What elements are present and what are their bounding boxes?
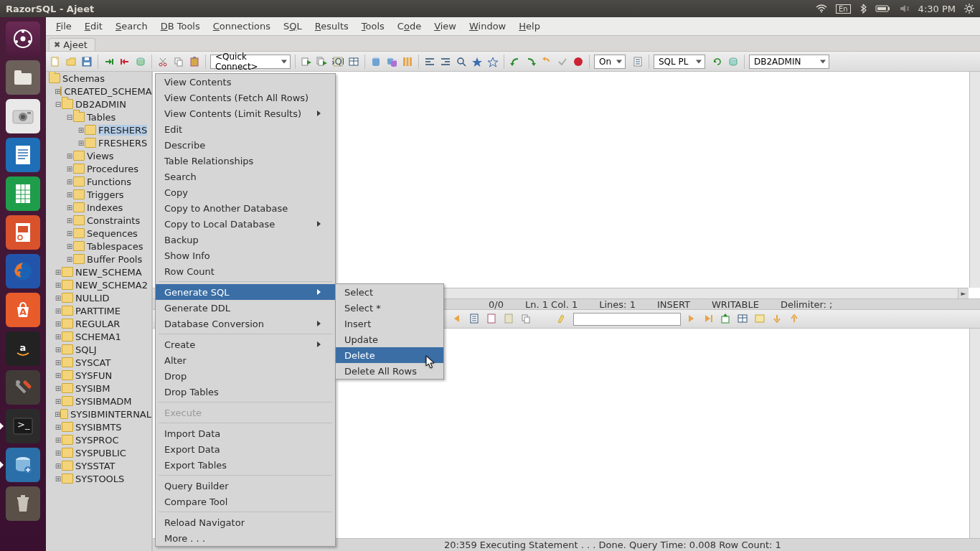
tree-node[interactable]: ⊞SYSIBM [46, 382, 151, 395]
doc-icon[interactable] [631, 55, 644, 68]
tree-node[interactable]: ⊞NEW_SCHEMA2 [46, 278, 151, 291]
tree-node[interactable]: ⊞NULLID [46, 291, 151, 304]
tree-node[interactable]: ⊞FRESHERS [46, 123, 151, 136]
menu-item[interactable]: Export Tables [156, 457, 335, 473]
res-last-icon[interactable] [702, 313, 715, 326]
tree-node[interactable]: ⊟DB2ADMIN [46, 98, 151, 110]
menu-item[interactable]: Update [336, 331, 443, 347]
launcher-terminal[interactable]: >_ [6, 409, 40, 443]
menu-item[interactable]: Alter [156, 352, 335, 368]
undo-icon[interactable] [540, 55, 553, 68]
menu-edit[interactable]: Edit [79, 19, 108, 33]
generate-sql-submenu[interactable]: SelectSelect *InsertUpdateDeleteDelete A… [335, 283, 444, 380]
table-context-menu[interactable]: View ContentsView Contents (Fetch All Ro… [155, 73, 336, 547]
res-next-icon[interactable] [685, 313, 698, 326]
volume-icon[interactable] [900, 4, 910, 13]
menu-item[interactable]: Export Data [156, 441, 335, 457]
menu-item[interactable]: Copy to Another Database [156, 200, 335, 216]
schema-combo[interactable]: DB2ADMIN [749, 55, 829, 69]
tree-node[interactable]: ⊞SYSCAT [46, 356, 151, 369]
menu-item[interactable]: Copy [156, 184, 335, 200]
res-copy-icon[interactable] [520, 313, 533, 326]
tree-node[interactable]: ⊟Tables [46, 110, 151, 123]
autocommit-combo[interactable]: On [594, 55, 626, 69]
save-icon[interactable] [80, 55, 93, 68]
sql-editor-icon[interactable]: SQL [331, 55, 344, 68]
tree-node[interactable]: ⊞Constraints [46, 214, 151, 227]
tree-node[interactable]: ⊞SYSPUBLIC [46, 446, 151, 459]
star-icon[interactable] [471, 55, 484, 68]
menu-tools[interactable]: Tools [356, 19, 390, 33]
menu-item[interactable]: Compare Tool [156, 494, 335, 509]
tree-node[interactable]: ⊞SYSIBMADM [46, 395, 151, 408]
results-search-input[interactable] [573, 313, 681, 326]
menu-item[interactable]: Reload Navigator [156, 514, 335, 530]
tree-root[interactable]: Schemas [46, 72, 151, 85]
editor-vscrollbar[interactable] [969, 72, 980, 288]
tree-node[interactable]: ⊞SYSPROC [46, 433, 151, 446]
wifi-icon[interactable] [816, 4, 827, 13]
menu-code[interactable]: Code [392, 19, 427, 33]
menu-item[interactable]: Generate SQL [156, 284, 335, 300]
menu-item[interactable]: Show Info [156, 248, 335, 263]
tree-node[interactable]: ⊞PARTTIME [46, 304, 151, 317]
res-prev-icon[interactable] [451, 313, 464, 326]
tree-node[interactable]: ⊞CREATED_SCHEMA [46, 85, 151, 98]
menu-results[interactable]: Results [309, 19, 354, 33]
schema-tree[interactable]: Schemas⊞CREATED_SCHEMA⊟DB2ADMIN⊟Tables⊞F… [46, 72, 151, 485]
arrow-left-green-icon[interactable] [509, 55, 522, 68]
launcher-camera[interactable] [6, 99, 40, 133]
launcher-dash[interactable] [6, 22, 40, 56]
tree-node[interactable]: ⊞NEW_SCHEMA [46, 265, 151, 278]
launcher-calc[interactable] [6, 176, 40, 211]
tree-node[interactable]: ⊞Procedures [46, 162, 151, 175]
tree-node[interactable]: ⊞Triggers [46, 188, 151, 201]
res-grid-icon[interactable] [737, 313, 750, 326]
menu-item[interactable]: Search [156, 169, 335, 184]
res-doc1-icon[interactable] [468, 313, 481, 326]
columns-icon[interactable] [401, 55, 414, 68]
lang-indicator[interactable]: En [836, 4, 851, 14]
menu-item[interactable]: Backup [156, 232, 335, 248]
menu-item[interactable]: Select * [336, 300, 443, 316]
menu-item[interactable]: View Contents [156, 74, 335, 90]
menu-search[interactable]: Search [110, 19, 154, 33]
execute-all-icon[interactable] [316, 55, 329, 68]
menu-window[interactable]: Window [463, 19, 512, 33]
menu-item[interactable]: Drop Tables [156, 384, 335, 400]
paste-icon[interactable] [188, 55, 201, 68]
tree-node[interactable]: ⊞SCHEMA1 [46, 330, 151, 343]
db-blue-icon[interactable] [369, 55, 382, 68]
tree-node[interactable]: ⊞SQLJ [46, 343, 151, 356]
table-icon[interactable] [347, 55, 360, 68]
launcher-trash[interactable] [6, 486, 40, 521]
res-filter-icon[interactable] [754, 313, 767, 326]
close-icon[interactable]: ✖ [54, 40, 60, 50]
launcher-files[interactable] [6, 60, 40, 95]
disconnect-icon[interactable] [118, 55, 131, 68]
tree-node[interactable]: ⊞REGULAR [46, 317, 151, 330]
menu-item[interactable]: More . . . [156, 530, 335, 546]
menu-item[interactable]: View Contents (Limit Results) [156, 105, 335, 121]
res-doc3-icon[interactable] [503, 313, 516, 326]
align-right-icon[interactable] [439, 55, 452, 68]
tree-node[interactable]: ⊞SYSFUN [46, 369, 151, 382]
lang-combo[interactable]: SQL PL [654, 55, 705, 69]
battery-icon[interactable] [875, 4, 891, 13]
launcher-settings[interactable] [6, 370, 40, 405]
launcher-software[interactable]: A [6, 293, 40, 327]
align-left-icon[interactable] [423, 55, 436, 68]
res-highlight-icon[interactable] [556, 313, 569, 326]
execute-sql-icon[interactable] [300, 55, 313, 68]
menu-item[interactable]: Edit [156, 121, 335, 137]
arrow-right-green-icon[interactable] [524, 55, 537, 68]
connection-icon[interactable] [134, 55, 147, 68]
res-doc2-icon[interactable] [486, 313, 499, 326]
connection-tab[interactable]: ✖ Ajeet [49, 38, 95, 51]
menu-item[interactable]: Describe [156, 137, 335, 153]
menu-item[interactable]: Drop [156, 368, 335, 384]
launcher-impress[interactable] [6, 215, 40, 250]
menu-item[interactable]: Database Conversion [156, 316, 335, 331]
tree-node[interactable]: ⊞SYSSTAT [46, 459, 151, 472]
check-icon[interactable] [556, 55, 569, 68]
